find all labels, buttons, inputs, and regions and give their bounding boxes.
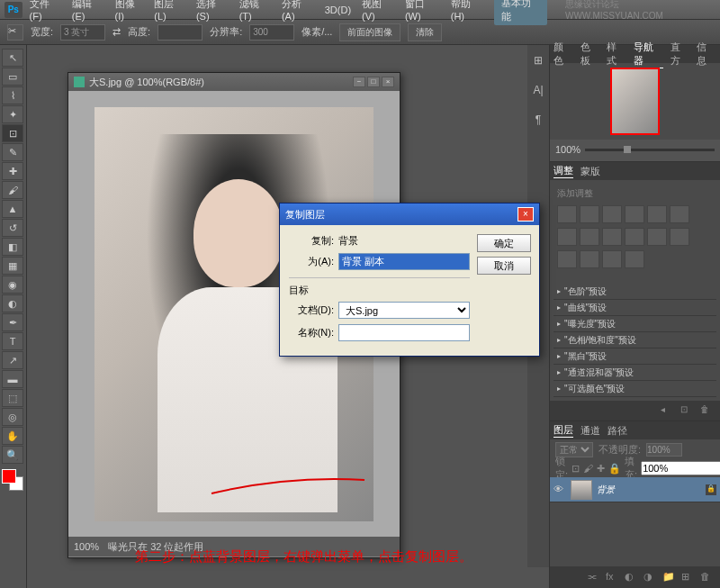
strip-icon-1[interactable]: ⊞ (530, 54, 546, 70)
eraser-tool[interactable]: ◧ (2, 238, 23, 256)
adj-channel-icon[interactable] (602, 228, 622, 246)
document-titlebar[interactable]: 大S.jpg @ 100%(RGB/8#) − □ × (68, 73, 400, 91)
new-layer-icon[interactable]: ⊞ (681, 571, 696, 583)
path-tool[interactable]: ↗ (2, 351, 23, 369)
tab-info[interactable]: 信息 (697, 41, 716, 68)
type-tool[interactable]: T (2, 332, 23, 350)
opacity-input[interactable] (646, 443, 682, 457)
adj-sel-icon[interactable] (580, 250, 599, 268)
menu-file[interactable]: 文件(F) (30, 0, 61, 22)
link-icon[interactable]: ⫘ (587, 571, 601, 583)
tab-masks[interactable]: 蒙版 (580, 165, 600, 178)
lock-all-icon[interactable]: 🔒 (608, 463, 621, 475)
preset-exposure[interactable]: "曝光度"预设 (554, 316, 716, 332)
layer-name[interactable]: 背景 (597, 484, 615, 496)
adj-levels-icon[interactable] (580, 205, 599, 223)
strip-icon-2[interactable]: A| (530, 84, 546, 100)
layer-lock-icon[interactable]: 🔒 (706, 484, 716, 495)
lock-pos-icon[interactable]: ✚ (597, 463, 605, 475)
tab-paths[interactable]: 路径 (608, 424, 627, 438)
adj-poster-icon[interactable] (647, 228, 667, 246)
adj-brightness-icon[interactable] (557, 205, 577, 223)
3d-tool[interactable]: ⬚ (2, 389, 23, 407)
adj-vibrance-icon[interactable] (647, 205, 667, 223)
front-image-button[interactable]: 前面的图像 (339, 23, 400, 41)
width-input[interactable] (60, 24, 105, 41)
tab-color[interactable]: 颜色 (554, 41, 573, 68)
preset-channel[interactable]: "通道混和器"预设 (554, 365, 716, 381)
preset-levels[interactable]: "色阶"预设 (554, 284, 716, 300)
zoom-tool[interactable]: 🔍 (2, 446, 23, 464)
maximize-button[interactable]: □ (367, 77, 380, 87)
menu-3d[interactable]: 3D(D) (325, 5, 351, 15)
tab-histogram[interactable]: 直方 (670, 41, 690, 68)
adj-foot-icon-1[interactable]: ◂ (661, 404, 675, 417)
tab-layers[interactable]: 图层 (554, 423, 573, 438)
menu-select[interactable]: 选择(S) (196, 0, 229, 22)
preset-curves[interactable]: "曲线"预设 (554, 300, 716, 316)
pen-tool[interactable]: ✒ (2, 313, 23, 331)
adj-foot-icon-3[interactable]: 🗑 (700, 404, 715, 417)
adj-grad-icon[interactable] (557, 250, 577, 268)
tab-adjustments[interactable]: 调整 (554, 164, 573, 178)
as-input[interactable] (338, 253, 470, 270)
group-icon[interactable]: 📁 (662, 571, 677, 583)
dialog-titlebar[interactable]: 复制图层 × (280, 204, 539, 225)
move-tool[interactable]: ↖ (2, 49, 23, 67)
crop-tool[interactable]: ⊡ (2, 124, 23, 142)
nav-zoom-value[interactable]: 100% (555, 144, 580, 155)
stamp-tool[interactable]: ▲ (2, 200, 23, 218)
swap-icon[interactable]: ⇄ (112, 26, 121, 38)
adj-4-icon[interactable] (625, 250, 644, 268)
adj-invert-icon[interactable] (625, 228, 644, 246)
height-input[interactable] (158, 24, 202, 41)
adj-foot-icon-2[interactable]: ⊡ (680, 404, 695, 417)
menu-window[interactable]: 窗口(W) (405, 0, 440, 22)
menu-view[interactable]: 视图(V) (362, 0, 394, 22)
cancel-button[interactable]: 取消 (477, 257, 531, 275)
resolution-input[interactable] (249, 24, 294, 41)
lock-trans-icon[interactable]: ⊡ (572, 463, 580, 475)
lock-pixel-icon[interactable]: 🖌 (583, 463, 593, 474)
adj-bw-icon[interactable] (557, 228, 577, 246)
ok-button[interactable]: 确定 (477, 234, 531, 252)
name-input[interactable] (338, 324, 470, 341)
menu-help[interactable]: 帮助(H) (451, 0, 483, 22)
eyedropper-tool[interactable]: ✎ (2, 143, 23, 161)
minimize-button[interactable]: − (353, 77, 365, 87)
crop-tool-icon[interactable]: ✂ (7, 24, 23, 41)
delete-layer-icon[interactable]: 🗑 (700, 571, 715, 583)
preset-selective[interactable]: "可选颜色"预设 (554, 381, 716, 397)
close-button[interactable]: × (382, 77, 394, 87)
history-brush-tool[interactable]: ↺ (2, 219, 23, 237)
menu-filter[interactable]: 滤镜(T) (239, 0, 271, 22)
heal-tool[interactable]: ✚ (2, 162, 23, 180)
nav-zoom-slider[interactable] (585, 149, 715, 151)
workspace-badge[interactable]: 基本功能 (494, 0, 547, 25)
adj-curves-icon[interactable] (602, 205, 622, 223)
tab-navigator[interactable]: 导航器 (634, 41, 663, 68)
adj-thresh-icon[interactable] (670, 228, 689, 246)
hand-tool[interactable]: ✋ (2, 427, 23, 445)
dodge-tool[interactable]: ◐ (2, 294, 23, 312)
clear-button[interactable]: 清除 (408, 23, 442, 41)
foreground-color[interactable] (2, 469, 16, 484)
visibility-icon[interactable]: 👁 (554, 484, 566, 496)
layer-background-row[interactable]: 👁 背景 🔒 (550, 477, 720, 502)
blur-tool[interactable]: ◉ (2, 276, 23, 294)
tab-swatches[interactable]: 色板 (580, 41, 600, 68)
gradient-tool[interactable]: ▦ (2, 257, 23, 275)
shape-tool[interactable]: ▬ (2, 370, 23, 388)
menu-edit[interactable]: 编辑(E) (72, 0, 104, 22)
mask-icon[interactable]: ◐ (625, 571, 639, 583)
menu-analysis[interactable]: 分析(A) (282, 0, 314, 22)
lasso-tool[interactable]: ⌇ (2, 86, 23, 104)
fx-icon[interactable]: fx (606, 571, 620, 583)
adj-hue-icon[interactable] (670, 205, 689, 223)
dialog-close-button[interactable]: × (518, 207, 534, 222)
preset-bw[interactable]: "黑白"预设 (554, 348, 716, 365)
marquee-tool[interactable]: ▭ (2, 68, 23, 86)
adjust-layer-icon[interactable]: ◑ (644, 571, 658, 583)
adj-3-icon[interactable] (602, 250, 622, 268)
brush-tool[interactable]: 🖌 (2, 181, 23, 199)
